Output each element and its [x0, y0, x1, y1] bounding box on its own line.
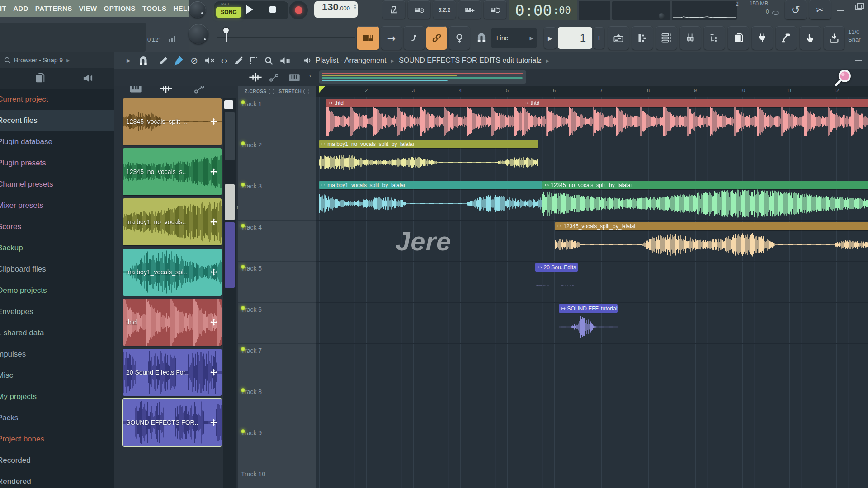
snap-magnet-icon[interactable]: [138, 55, 149, 66]
browser-item-packs[interactable]: Packs: [0, 407, 114, 428]
track-header-3[interactable]: Track 3···: [238, 179, 316, 221]
record-button[interactable]: [289, 1, 308, 19]
zoom-tool-icon[interactable]: [264, 56, 274, 66]
restore-button[interactable]: [855, 5, 862, 10]
delete-tool-icon[interactable]: ⊘: [190, 55, 198, 66]
track-header-4[interactable]: Track 4···: [238, 220, 316, 262]
add-pattern-button[interactable]: +: [594, 27, 604, 49]
playlist-clip-12345-vocals-split-by-lalalai[interactable]: ↦12345_vocals_split_by_lalalai: [555, 222, 868, 260]
track-header-6[interactable]: Track 6···: [238, 302, 316, 344]
menu-item-options[interactable]: OPTIONS: [104, 5, 136, 12]
zcross-checkbox[interactable]: [269, 89, 274, 94]
playlist-clip-sound-eff-tutorialz[interactable]: ↦SOUND EFF..tutorialz: [559, 304, 618, 342]
minimize-button[interactable]: [837, 10, 844, 11]
clip-source-4[interactable]: ma boy1_vocals_spl..: [123, 249, 222, 296]
menu-item-tools[interactable]: TOOLS: [142, 5, 166, 12]
slice-tool-icon[interactable]: [234, 56, 244, 66]
playlist-clip-20-sou-edits[interactable]: ↦20 Sou..Edits: [535, 263, 578, 301]
track-header-5[interactable]: Track 5···: [238, 261, 316, 303]
playlist-clip-12345-no-vocals-split-by-lalalai[interactable]: ↦12345_no_vocals_split_by_lalalai: [542, 181, 868, 219]
countdown-button[interactable]: 3.2.1: [433, 0, 456, 19]
multilink-knob-button[interactable]: [449, 26, 470, 50]
menu-item-view[interactable]: VIEW: [79, 5, 97, 12]
typing-keyboard-piano-button[interactable]: [357, 26, 379, 50]
browser-item-backup[interactable]: Backup: [0, 237, 114, 258]
playlist-menu-icon[interactable]: ▶: [127, 57, 131, 64]
playhead-marker[interactable]: [319, 86, 326, 93]
mute-tool-icon[interactable]: [204, 56, 215, 65]
track-mute-led[interactable]: [241, 347, 245, 351]
track-mute-led[interactable]: [241, 265, 245, 269]
clip-source-2[interactable]: 12345_no_vocals_s..: [123, 148, 222, 195]
clip-source-1[interactable]: 12345_vocals_split_..: [123, 98, 222, 145]
browser-item-misc[interactable]: Misc: [0, 365, 114, 386]
browser-item-rendered[interactable]: Rendered: [0, 471, 114, 488]
track-header-10[interactable]: Track 10: [238, 467, 316, 488]
clip-source-6[interactable]: 20 Sound Effects For..: [123, 349, 222, 396]
pattern-mode-icon[interactable]: [288, 73, 300, 83]
loop-record-button[interactable]: [484, 0, 506, 19]
browser-item-current-project[interactable]: Current project: [0, 89, 114, 110]
browser-item-mixer-presets[interactable]: Mixer presets: [0, 195, 114, 216]
scrollbar-thumb[interactable]: [225, 184, 235, 220]
playlist-clip-ma-boy1-no-vocals-split-by-lalalai[interactable]: ↦ma boy1_no_vocals_split_by_lalalai: [319, 140, 538, 178]
metronome-button[interactable]: [382, 0, 405, 19]
browser-item-recorded[interactable]: Recorded: [0, 450, 114, 471]
timeline-ruler[interactable]: 23456789101112: [316, 86, 868, 97]
browser-item-envelopes[interactable]: Envelopes: [0, 301, 114, 322]
slip-tool-icon[interactable]: ↔: [221, 56, 228, 66]
plugin-database-button[interactable]: [752, 26, 773, 50]
track-header-7[interactable]: Track 7···: [238, 343, 316, 385]
browser-item-clipboard-files[interactable]: Clipboard files: [0, 258, 114, 280]
piano-roll-window-button[interactable]: [632, 26, 653, 50]
tempo-spinner[interactable]: ▲▼: [354, 3, 357, 9]
clip-source-3[interactable]: ma boy1_no_vocals..: [123, 198, 222, 245]
browser-item-plugin-presets[interactable]: Plugin presets: [0, 152, 114, 174]
typing-to-piano-button[interactable]: [776, 26, 797, 50]
track-header-9[interactable]: Track 9···: [238, 426, 316, 467]
track-header-1[interactable]: Track 1···: [238, 97, 316, 138]
toolbar-collapse-dash[interactable]: [855, 60, 862, 61]
track-mute-led[interactable]: [241, 141, 245, 145]
browser-item-channel-presets[interactable]: Channel presets: [0, 174, 114, 195]
shuffle-slider[interactable]: [217, 37, 355, 38]
playlist-grid[interactable]: ↦thtd↦thtd↦ma boy1_no_vocals_split_by_la…: [316, 97, 868, 488]
pattern-selector[interactable]: 1: [558, 27, 592, 49]
browser-item-project-bones[interactable]: Project bones: [0, 428, 114, 450]
browser-item-mpulses[interactable]: mpulses: [0, 343, 114, 365]
plugin-picker-button[interactable]: [728, 26, 749, 50]
browser-item-l-shared-data[interactable]: L shared data: [0, 322, 114, 343]
browser-item-recent-files[interactable]: Recent files: [0, 110, 114, 131]
track-header-2[interactable]: Track 2···: [238, 138, 316, 179]
tempo-display[interactable]: 130.000: [314, 1, 358, 18]
glide-button[interactable]: [404, 26, 425, 50]
undo-button[interactable]: ↺: [785, 0, 807, 19]
link-recording-button[interactable]: [426, 26, 447, 50]
menu-item-help[interactable]: HELP: [173, 5, 189, 12]
playlist-window-button[interactable]: [608, 26, 629, 50]
pencil-tool-icon[interactable]: [159, 56, 169, 66]
scroll-left-button[interactable]: ‹: [309, 72, 311, 79]
automation-mode-icon[interactable]: [269, 73, 279, 82]
timeline-scrollbar-thumb[interactable]: [319, 70, 526, 84]
menu-item-add[interactable]: ADD: [13, 5, 28, 12]
stretch-toggle[interactable]: STRETCH: [279, 89, 310, 94]
clip-source-7[interactable]: SOUND EFFECTS FOR..: [123, 399, 222, 446]
stretch-checkbox[interactable]: [303, 89, 309, 94]
track-mute-led[interactable]: [241, 183, 245, 187]
browser-window-button[interactable]: [704, 26, 725, 50]
browser-item-scores[interactable]: Scores: [0, 216, 114, 237]
import-export-button[interactable]: [824, 26, 844, 50]
paint-tool-icon[interactable]: [173, 55, 184, 66]
main-pitch-knob[interactable]: [189, 24, 208, 44]
pat-mode-label[interactable]: PAT: [221, 2, 230, 6]
clip-panel-scrollbar[interactable]: [223, 98, 236, 488]
menu-item-patterns[interactable]: PATTERNS: [35, 5, 72, 12]
playlist-clip-thtd[interactable]: ↦thtd: [326, 99, 523, 136]
playlist-clip-ma-boy1-vocals-split-by-lalalai[interactable]: ↦ma boy1_vocals_split_by_lalalai: [319, 181, 542, 219]
channel-rack-window-button[interactable]: [656, 26, 677, 50]
browser-item-plugin-database[interactable]: Plugin database: [0, 131, 114, 152]
stop-button[interactable]: [269, 6, 276, 13]
overdub-button[interactable]: [458, 0, 481, 19]
browser-header[interactable]: Browser - Snap 9 ▶: [0, 52, 114, 68]
